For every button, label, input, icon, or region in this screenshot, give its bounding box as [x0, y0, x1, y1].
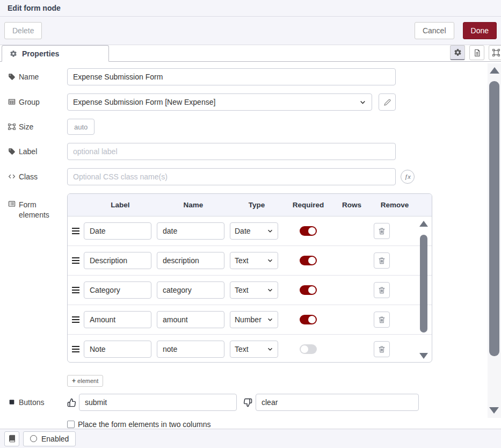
remove-element-button[interactable]: [374, 312, 390, 328]
form-elements-label: Form elements: [8, 193, 67, 220]
tab-properties[interactable]: Properties: [2, 45, 109, 62]
col-rows: Rows: [333, 201, 371, 209]
element-name-input[interactable]: [157, 281, 224, 299]
fx-dynamic-button[interactable]: ƒx: [401, 170, 415, 184]
thumbs-down-icon: [243, 398, 252, 407]
table-row: Number: [68, 305, 432, 335]
two-columns-checkbox[interactable]: [67, 421, 75, 428]
label-input[interactable]: [67, 143, 396, 160]
table-row: Text: [68, 335, 432, 362]
trash-icon: [377, 227, 386, 235]
table-scrollbar[interactable]: [418, 221, 429, 359]
gear-icon: [454, 48, 462, 56]
docs-button[interactable]: [4, 431, 19, 446]
trash-icon: [377, 256, 386, 265]
element-label-input[interactable]: [84, 311, 151, 328]
class-label: Class: [8, 172, 67, 182]
drag-handle-icon[interactable]: [72, 260, 79, 261]
cancel-button[interactable]: Cancel: [415, 22, 454, 39]
col-label: Label: [84, 201, 157, 209]
table-row: Date: [68, 216, 432, 246]
element-type-select[interactable]: Number: [230, 311, 278, 328]
remove-element-button[interactable]: [374, 282, 390, 298]
remove-element-button[interactable]: [374, 252, 390, 269]
required-toggle[interactable]: [300, 315, 317, 324]
element-type-select[interactable]: Date: [230, 222, 278, 240]
label-row: Label: [8, 143, 501, 160]
buttons-label: Buttons: [8, 398, 67, 408]
tab-icon-buttons: [450, 45, 501, 60]
add-element-button[interactable]: + element: [67, 375, 103, 387]
main-scrollbar-thumb[interactable]: [489, 81, 499, 356]
thumbs-up-icon: [67, 398, 76, 407]
group-select[interactable]: Expense Submission Form [New Expense]: [67, 93, 372, 111]
submit-button-input[interactable]: [79, 394, 237, 411]
delete-button[interactable]: Delete: [4, 22, 42, 39]
properties-icon-button[interactable]: [450, 45, 465, 60]
scroll-up-arrow[interactable]: [490, 67, 499, 74]
tag-icon: [8, 73, 16, 81]
table-row: Text: [68, 276, 432, 305]
element-type-select[interactable]: Text: [230, 252, 278, 269]
drag-handle-icon[interactable]: [72, 230, 79, 232]
square-icon: [8, 399, 16, 406]
dialog-title: Edit form node: [0, 0, 501, 17]
size-label: Size: [8, 122, 67, 132]
chevron-down-icon: [359, 99, 366, 106]
size-button[interactable]: auto: [67, 119, 95, 135]
class-row: Class ƒx: [8, 168, 501, 185]
col-required: Required: [284, 201, 333, 209]
drag-handle-icon[interactable]: [72, 290, 79, 291]
element-type-select[interactable]: Text: [230, 281, 278, 299]
group-label: Group: [8, 97, 67, 107]
element-label-input[interactable]: [84, 252, 151, 269]
scroll-down-arrow[interactable]: [489, 407, 499, 414]
required-toggle[interactable]: [300, 344, 317, 354]
element-name-input[interactable]: [157, 252, 224, 269]
scroll-down-arrow[interactable]: [419, 353, 428, 359]
done-button[interactable]: Done: [463, 22, 497, 39]
tab-properties-label: Properties: [22, 49, 59, 58]
element-type-select[interactable]: Text: [230, 341, 278, 358]
col-type: Type: [230, 201, 284, 209]
description-icon-button[interactable]: [469, 45, 484, 60]
element-name-input[interactable]: [157, 311, 224, 328]
form-elements-table: Label Name Type Required Rows Remove Dat…: [67, 193, 432, 363]
dialog-footer: Enabled: [0, 429, 501, 448]
table-scrollbar-thumb[interactable]: [420, 235, 427, 333]
properties-panel: Name Group Expense Submission Form [New …: [0, 62, 501, 429]
clear-button-input[interactable]: [256, 394, 419, 411]
element-label-input[interactable]: [84, 281, 151, 299]
list-icon: [8, 200, 16, 208]
edit-form-node-dialog: Edit form node Delete Cancel Done Proper…: [0, 0, 501, 448]
chevron-down-icon: [267, 287, 273, 293]
drag-handle-icon[interactable]: [72, 349, 79, 350]
scroll-up-arrow[interactable]: [419, 221, 428, 227]
main-scrollbar[interactable]: [488, 63, 501, 418]
required-toggle[interactable]: [300, 256, 317, 265]
appearance-icon-button[interactable]: [489, 45, 501, 60]
element-label-input[interactable]: [84, 222, 151, 240]
required-toggle[interactable]: [300, 285, 317, 295]
required-toggle[interactable]: [300, 226, 317, 236]
group-row: Group Expense Submission Form [New Expen…: [8, 93, 501, 111]
resize-icon: [8, 122, 16, 131]
fx-icon: ƒx: [404, 174, 411, 180]
remove-element-button[interactable]: [374, 223, 390, 239]
book-icon: [8, 435, 16, 443]
tag-icon: [8, 148, 16, 155]
class-input[interactable]: [67, 168, 396, 185]
table-icon: [8, 98, 16, 106]
drag-handle-icon[interactable]: [72, 319, 79, 320]
element-name-input[interactable]: [157, 341, 224, 358]
element-name-input[interactable]: [157, 222, 224, 240]
edit-group-button[interactable]: [379, 93, 396, 111]
tab-bar: Properties: [0, 45, 501, 62]
element-label-input[interactable]: [84, 341, 151, 358]
name-input[interactable]: [67, 68, 396, 85]
remove-element-button[interactable]: [374, 341, 390, 357]
enabled-toggle-button[interactable]: Enabled: [23, 431, 76, 446]
appearance-icon: [492, 48, 500, 57]
size-row: Size auto: [8, 119, 501, 135]
table-row: Text: [68, 246, 432, 276]
